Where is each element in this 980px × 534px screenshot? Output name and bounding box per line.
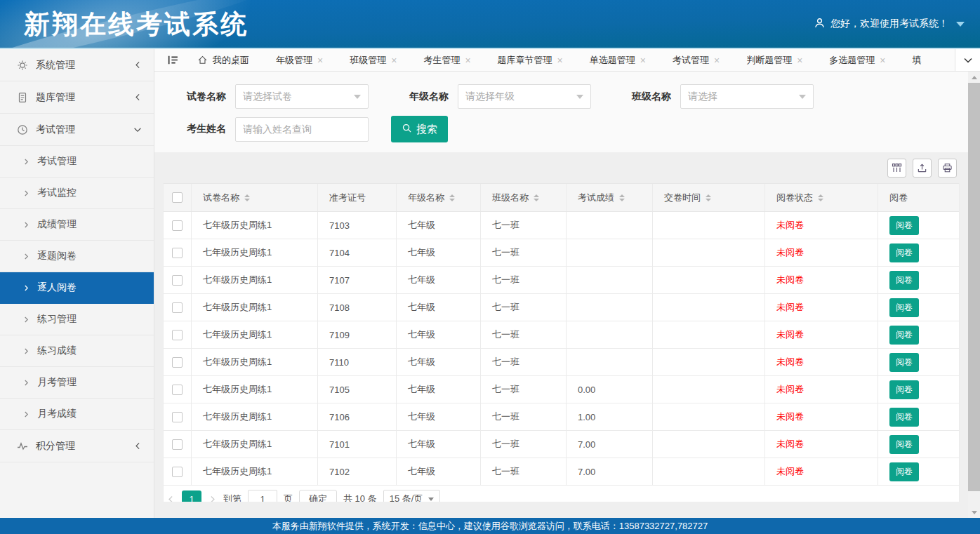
cell-submit-time: [653, 431, 765, 458]
sidebar-item-question-bank[interactable]: 题库管理: [0, 81, 154, 114]
collapse-sidebar-icon[interactable]: [161, 49, 184, 72]
sort-icon[interactable]: [818, 194, 823, 201]
header-cell-exam[interactable]: 试卷名称: [192, 184, 318, 211]
grade-button[interactable]: 阅卷: [889, 326, 919, 345]
scroll-down-icon[interactable]: [968, 507, 980, 518]
close-icon[interactable]: ×: [557, 55, 563, 65]
tab-truncated[interactable]: 填: [899, 49, 935, 72]
page-size-select[interactable]: 15 条/页: [383, 490, 441, 502]
goto-page-input[interactable]: [248, 490, 277, 502]
class-select[interactable]: 请选择: [680, 84, 814, 109]
select-all-checkbox[interactable]: [172, 192, 183, 203]
header-cell-status[interactable]: 阅卷状态: [765, 184, 878, 211]
close-icon[interactable]: ×: [880, 55, 885, 65]
person-icon: [814, 17, 826, 31]
row-checkbox[interactable]: [172, 302, 183, 313]
print-icon[interactable]: [938, 159, 957, 178]
sidebar-submenu-item[interactable]: 月考成绩: [0, 399, 154, 430]
grade-button[interactable]: 阅卷: [889, 243, 919, 262]
tabs-dropdown-button[interactable]: [955, 49, 980, 71]
grade-button[interactable]: 阅卷: [889, 353, 919, 372]
grade-button[interactable]: 阅卷: [889, 298, 919, 317]
row-checkbox[interactable]: [172, 467, 183, 477]
cell-class: 七一班: [481, 321, 567, 348]
table-row: 七年级历史周练1 7104 七年级 七一班 未阅卷 阅卷: [164, 239, 959, 267]
chevron-down-icon[interactable]: [956, 22, 965, 27]
cell-status: 未阅卷: [765, 376, 878, 403]
export-icon[interactable]: [913, 159, 932, 178]
tab[interactable]: 多选题管理 ×: [816, 49, 899, 72]
scroll-up-icon[interactable]: [968, 72, 980, 83]
sidebar-item-label: 系统管理: [36, 59, 75, 72]
cell-score: 7.00: [567, 431, 653, 458]
header-cell-score[interactable]: 考试成绩: [567, 184, 653, 211]
sort-icon[interactable]: [244, 194, 250, 201]
cell-submit-time: [653, 349, 765, 375]
sort-icon[interactable]: [619, 194, 625, 201]
sidebar-item-system-management[interactable]: 系统管理: [0, 49, 154, 81]
row-checkbox[interactable]: [172, 220, 183, 231]
row-checkbox[interactable]: [172, 439, 183, 450]
chevron-right-icon: [22, 379, 30, 387]
close-icon[interactable]: ×: [391, 55, 397, 65]
sort-icon[interactable]: [706, 194, 711, 201]
close-icon[interactable]: ×: [465, 55, 470, 65]
vertical-scrollbar[interactable]: [968, 72, 980, 518]
sidebar-submenu-item[interactable]: 逐题阅卷: [0, 241, 154, 272]
sidebar-submenu-item[interactable]: 练习成绩: [0, 335, 154, 367]
grade-button[interactable]: 阅卷: [889, 462, 919, 481]
tab[interactable]: 单选题管理 ×: [576, 49, 659, 72]
sidebar-item-exam-management[interactable]: 考试管理: [0, 114, 154, 146]
grade-button[interactable]: 阅卷: [889, 435, 919, 454]
sidebar-submenu-item[interactable]: 考试管理: [0, 146, 154, 178]
tab[interactable]: 判断题管理 ×: [733, 49, 816, 72]
grade-button[interactable]: 阅卷: [889, 380, 919, 399]
row-checkbox[interactable]: [172, 330, 183, 340]
tab[interactable]: 题库章节管理 ×: [484, 49, 576, 72]
close-icon[interactable]: ×: [714, 55, 720, 65]
header-cell-ticket: 准考证号: [318, 184, 397, 211]
grade-select[interactable]: 请选择年级: [458, 84, 591, 109]
sidebar-item-points-management[interactable]: 积分管理: [0, 430, 154, 462]
tab-home[interactable]: 我的桌面: [184, 49, 263, 72]
sort-icon[interactable]: [449, 194, 455, 201]
next-page-button[interactable]: [208, 495, 217, 502]
row-checkbox[interactable]: [172, 357, 183, 368]
grade-button[interactable]: 阅卷: [889, 271, 919, 290]
sidebar-submenu-item[interactable]: 月考管理: [0, 367, 154, 399]
row-checkbox[interactable]: [172, 248, 183, 258]
row-checkbox[interactable]: [172, 275, 183, 286]
sidebar-submenu-item[interactable]: 逐人阅卷: [0, 272, 154, 304]
paper-select[interactable]: 请选择试卷: [235, 84, 369, 109]
header-cell-submit-time[interactable]: 交卷时间: [653, 184, 765, 211]
header-cell-grade[interactable]: 年级名称: [397, 184, 481, 211]
row-checkbox[interactable]: [172, 385, 183, 395]
confirm-page-button[interactable]: 确定: [299, 490, 337, 502]
sidebar-submenu-item[interactable]: 练习管理: [0, 304, 154, 335]
columns-icon[interactable]: [887, 159, 906, 178]
cell-ticket: 7110: [318, 349, 397, 375]
tab[interactable]: 年级管理 ×: [263, 49, 336, 72]
sort-icon[interactable]: [534, 194, 539, 201]
user-menu[interactable]: 您好，欢迎使用考试系统！: [814, 17, 965, 31]
tab[interactable]: 班级管理 ×: [336, 49, 410, 72]
sidebar-submenu-item[interactable]: 成绩管理: [0, 209, 154, 241]
sidebar-submenu-item[interactable]: 考试监控: [0, 178, 154, 209]
grade-button[interactable]: 阅卷: [889, 216, 919, 235]
close-icon[interactable]: ×: [797, 55, 802, 65]
prev-page-button[interactable]: [166, 495, 176, 502]
scrollbar-thumb[interactable]: [968, 83, 980, 491]
header-cell-class[interactable]: 班级名称: [481, 184, 567, 211]
grade-button[interactable]: 阅卷: [889, 408, 919, 427]
tab[interactable]: 考试管理 ×: [659, 49, 733, 72]
row-checkbox[interactable]: [172, 412, 183, 422]
chevron-left-icon: [133, 60, 143, 69]
close-icon[interactable]: ×: [640, 55, 646, 65]
tab[interactable]: 考生管理 ×: [410, 49, 484, 72]
search-panel: 试卷名称 请选择试卷 年级名称 请选择年级: [154, 72, 968, 152]
search-button[interactable]: 搜索: [391, 116, 448, 142]
student-name-input[interactable]: [235, 117, 369, 142]
sidebar-submenu-label: 成绩管理: [37, 218, 77, 231]
page-number-button[interactable]: 1: [182, 490, 201, 502]
close-icon[interactable]: ×: [317, 55, 323, 65]
